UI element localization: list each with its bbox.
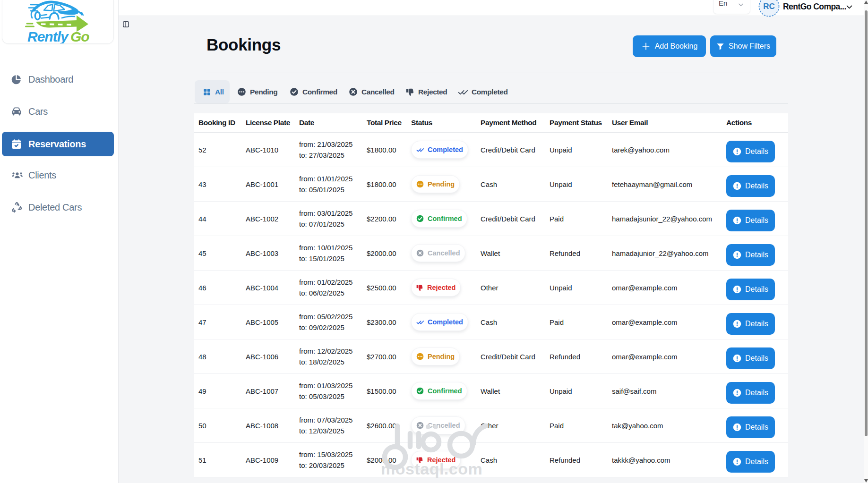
svg-text:Go: Go	[70, 29, 89, 44]
svg-text:Rently: Rently	[27, 29, 69, 44]
